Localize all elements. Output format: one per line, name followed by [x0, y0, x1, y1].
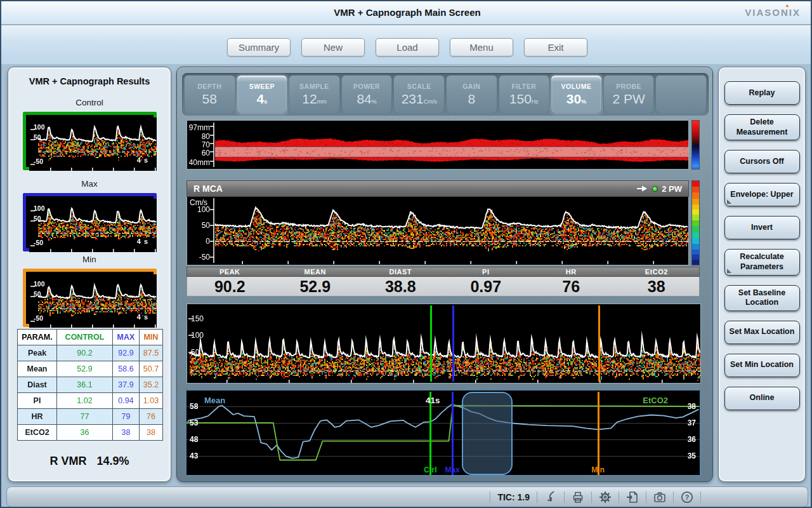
set-baseline-location-button[interactable]: Set Baseline Location	[724, 285, 800, 311]
new-button[interactable]: New	[301, 38, 365, 57]
set-max-location-button[interactable]: Set Max Location	[724, 321, 800, 344]
tic-value: TIC: 1.9	[496, 492, 531, 502]
viasonix-logo: VIASONIX ▲	[745, 7, 801, 18]
control-waveform-thumbnail: 100 50 -50 4 s	[23, 112, 157, 170]
hr-value: 76	[528, 277, 614, 296]
param-filter[interactable]: FILTER150Hz	[499, 75, 550, 114]
thumb-ytick: 50	[34, 215, 41, 222]
separator	[591, 491, 592, 503]
peak-label: PEAK	[187, 267, 273, 276]
max-cursor[interactable]	[452, 305, 454, 382]
selection-region[interactable]	[462, 392, 513, 475]
param-scale[interactable]: SCALE231Cm/s	[393, 75, 445, 114]
cursors-off-button[interactable]: Cursors Off	[724, 150, 800, 173]
min-cursor[interactable]	[598, 392, 599, 475]
separator	[673, 491, 674, 503]
right-ytick: 37	[688, 418, 696, 427]
param-power[interactable]: POWER84%	[341, 75, 393, 114]
delete-measurement-button[interactable]: Delete Measurement	[724, 114, 800, 140]
param-empty[interactable]	[655, 75, 707, 114]
left-ytick: 43	[190, 451, 198, 460]
ctrl-cursor[interactable]	[430, 305, 432, 382]
help-icon[interactable]: ?	[679, 490, 695, 505]
control-thumb-label: Control	[8, 98, 171, 107]
set-min-location-button[interactable]: Set Min Location	[724, 354, 800, 377]
exit-button[interactable]: Exit	[524, 38, 587, 57]
table-row: HR 77 79 76	[18, 409, 163, 425]
etco2-label: EtCO2	[614, 267, 700, 276]
diast-label: DIAST	[358, 267, 443, 276]
separator	[564, 491, 565, 503]
separator	[490, 491, 490, 503]
replay-button[interactable]: Replay	[724, 81, 800, 105]
online-button[interactable]: Online	[724, 387, 800, 410]
separator	[537, 491, 537, 503]
vmr-label: R VMR	[49, 455, 86, 467]
max-thumb-label: Max	[8, 179, 171, 189]
trend-spectrogram: 150 100 50	[187, 304, 701, 384]
results-table: PARAM. CONTROL MAX MIN Peak 90.2 92.9 87…	[17, 329, 163, 441]
printer-icon[interactable]	[570, 490, 586, 505]
invert-button[interactable]: Invert	[724, 216, 800, 239]
separator	[619, 491, 619, 503]
min-cursor-label: Min	[586, 465, 611, 474]
thumb-ytick: -50	[34, 157, 43, 165]
thumb-ytick: 100	[34, 280, 45, 288]
param-probe[interactable]: PROBE2 PW	[603, 75, 655, 114]
arrow-right-icon	[636, 185, 648, 192]
pi-value: 0.97	[443, 277, 529, 296]
export-report-icon[interactable]	[625, 490, 640, 505]
min-cursor[interactable]	[598, 305, 600, 382]
doppler-ytick: 0	[187, 237, 210, 246]
diast-value: 38.8	[358, 277, 443, 296]
trend-ytick: 150	[191, 314, 210, 323]
max-cursor[interactable]	[452, 392, 454, 475]
logo-caret-icon: ▲	[785, 3, 791, 8]
results-panel-title: VMR + Capnograph Results	[8, 76, 171, 86]
submenu-triangle-icon	[727, 199, 731, 204]
thumb-xlabel: 4 s	[137, 156, 148, 164]
results-panel: VMR + Capnograph Results Control 100 50 …	[8, 67, 171, 482]
doppler-ytick: 100	[187, 205, 210, 214]
cursor-time-annotation: 41s	[426, 396, 440, 405]
mean-series-label: Mean	[204, 396, 225, 405]
mmode-depth-label: 60	[187, 149, 210, 157]
doppler-canvas	[187, 197, 688, 264]
menu-button[interactable]: Menu	[450, 38, 513, 57]
right-ytick: 38	[688, 402, 696, 411]
trend-ytick: 50	[191, 348, 210, 357]
summary-button[interactable]: Summary	[227, 38, 291, 57]
values-strip: 90.2 52.9 38.8 0.97 76 38	[187, 277, 700, 297]
swoosh-arrow-icon[interactable]	[543, 490, 558, 505]
vessel-name: R MCA	[193, 184, 223, 194]
probe-status-text: 2 PW	[662, 184, 682, 194]
param-volume[interactable]: VOLUME30%	[551, 75, 602, 114]
trend-chart: Mean EtCO2 58 53 48 43 38 37 36 35 41s C…	[185, 389, 701, 476]
status-bar: TIC: 1.9 ?	[6, 486, 808, 507]
mmode-depth-label: 97mm	[187, 123, 210, 132]
envelope-upper-button[interactable]: Envelope: Upper	[724, 183, 800, 206]
camera-icon[interactable]	[652, 490, 667, 505]
param-depth[interactable]: DEPTH58	[184, 75, 235, 114]
thumb-ytick: 50	[34, 133, 41, 141]
min-waveform-thumbnail: 100 50 -50 4 s	[23, 269, 157, 327]
action-panel: Replay Delete Measurement Cursors Off En…	[718, 67, 806, 482]
load-button[interactable]: Load	[376, 38, 439, 57]
vmr-value: 14.9%	[96, 455, 129, 467]
doppler-colorbar	[691, 180, 700, 265]
param-gain[interactable]: GAIN8	[446, 75, 497, 114]
trend-chart-canvas	[187, 391, 700, 475]
peak-value: 90.2	[187, 277, 273, 296]
etco2-value: 38	[614, 277, 700, 296]
table-row: Peak 90.2 92.9 87.5	[18, 345, 163, 361]
status-icons: TIC: 1.9 ?	[490, 489, 701, 505]
mmode-canvas	[187, 121, 688, 169]
left-ytick: 53	[190, 418, 198, 427]
thumb-ytick: -50	[34, 314, 43, 322]
gear-icon[interactable]	[598, 490, 613, 505]
recalculate-parameters-button[interactable]: Recalculate Parameters	[724, 249, 800, 275]
table-row: EtCO2 36 38 38	[18, 425, 163, 441]
param-sweep[interactable]: SWEEP4s	[237, 75, 288, 114]
param-sample[interactable]: SAMPLE12mm	[289, 75, 340, 114]
trend-spectrogram-canvas	[187, 304, 700, 383]
